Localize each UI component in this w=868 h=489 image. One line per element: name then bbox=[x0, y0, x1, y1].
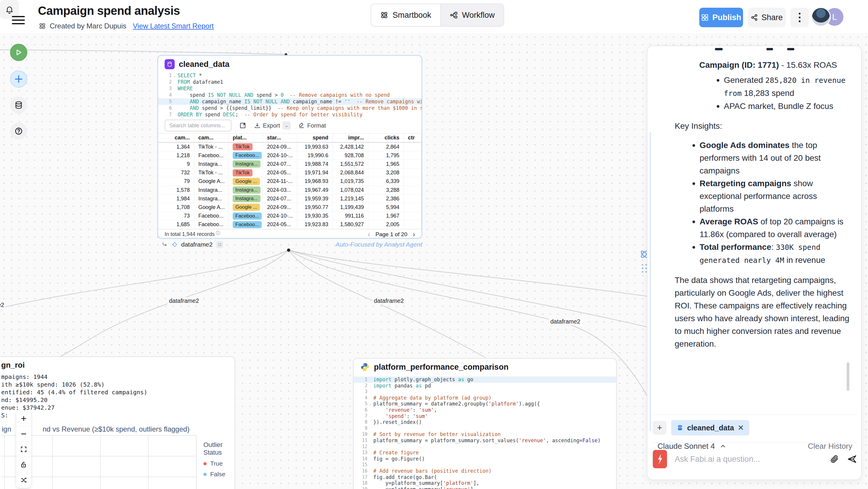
column-header[interactable]: clicks bbox=[368, 133, 404, 142]
publish-label: Publish bbox=[712, 13, 741, 22]
column-header[interactable]: cam... bbox=[194, 133, 228, 142]
bell-icon bbox=[5, 5, 14, 14]
node-title-fragment: gn_roi bbox=[1, 361, 25, 370]
table-cell: 1,219,145 bbox=[333, 194, 368, 203]
table-cell: 19,971.94 bbox=[297, 169, 333, 177]
code-line: 11platform_summary = platform_summary.so… bbox=[354, 437, 616, 444]
sql-code-editor[interactable]: 1⌄SELECT *2FROM dataframe13WHERE4 spend … bbox=[158, 72, 422, 118]
column-header[interactable]: star... bbox=[263, 133, 297, 142]
table-cell: Instagra... bbox=[228, 186, 263, 194]
zoom-out-button[interactable] bbox=[16, 426, 31, 441]
column-header[interactable]: impr... bbox=[333, 133, 368, 142]
legend-item-false[interactable]: False bbox=[204, 471, 235, 478]
avatar-user-photo[interactable] bbox=[811, 7, 831, 27]
zoom-in-button[interactable] bbox=[16, 411, 31, 426]
node-cleaned-data[interactable]: cleaned_data 1⌄SELECT *2FROM dataframe13… bbox=[157, 55, 422, 239]
table-cell: 1,967 bbox=[368, 212, 404, 220]
context-chip-cleaned-data[interactable]: cleaned_data ✕ bbox=[671, 420, 749, 435]
table-cell: 19,930.35 bbox=[297, 212, 333, 220]
column-header[interactable]: cam... bbox=[158, 133, 194, 142]
share-button[interactable]: Share bbox=[748, 8, 786, 27]
data-sources-button[interactable] bbox=[10, 96, 27, 114]
table-cell: 1,199,439 bbox=[333, 203, 368, 211]
attach-icon[interactable] bbox=[830, 454, 839, 464]
message-drag-handle[interactable] bbox=[642, 264, 647, 273]
table-cell: 1,078,024 bbox=[333, 186, 368, 194]
help-button[interactable] bbox=[10, 123, 27, 140]
tab-smartbook[interactable]: Smartbook bbox=[371, 4, 440, 26]
chat-input[interactable] bbox=[675, 455, 822, 464]
publish-button[interactable]: Publish bbox=[699, 8, 743, 27]
table-cell bbox=[404, 186, 422, 194]
column-header[interactable]: ctr bbox=[404, 133, 422, 142]
legend-true-marker bbox=[204, 462, 207, 465]
run-workflow-button[interactable] bbox=[10, 44, 27, 61]
table-cell: 2,864 bbox=[368, 143, 404, 151]
auto-layout-button[interactable] bbox=[16, 472, 31, 488]
tab-workflow[interactable]: Workflow bbox=[440, 4, 504, 26]
sql-node-icon bbox=[164, 59, 175, 69]
export-button[interactable]: Export ⌄ bbox=[254, 121, 291, 130]
table-row: 73Faceboo...Faceboo...2024-10-...19,930.… bbox=[158, 212, 422, 220]
result-table: cam...cam...plat...star...spendimpr...cl… bbox=[158, 133, 422, 229]
page-title: Campaign spend analysis bbox=[38, 4, 180, 18]
platform-badge: Instagra... bbox=[233, 160, 260, 167]
table-cell: 732 bbox=[158, 169, 194, 177]
legend-item-true[interactable]: True bbox=[204, 460, 235, 467]
help-icon bbox=[14, 127, 23, 135]
remove-context-icon[interactable]: ✕ bbox=[738, 423, 744, 432]
table-cell: Faceboo... bbox=[194, 151, 228, 159]
table-cell bbox=[404, 194, 422, 203]
column-header[interactable]: spend bbox=[297, 133, 333, 142]
send-icon[interactable] bbox=[847, 454, 857, 464]
column-header[interactable]: plat... bbox=[228, 133, 263, 142]
code-line: 15 bbox=[354, 462, 616, 468]
expand-icon bbox=[239, 122, 246, 129]
port-grip-handle[interactable] bbox=[216, 241, 223, 248]
python-code-editor[interactable]: 1import plotly.graph_objects as go2impor… bbox=[354, 376, 616, 489]
node-platform-performance-comparison[interactable]: platform_performance_comparison 1import … bbox=[353, 358, 617, 489]
table-cell: 1,708 bbox=[158, 203, 194, 211]
next-page-button[interactable]: › bbox=[413, 230, 415, 239]
table-toolbar: Export ⌄ Format bbox=[158, 119, 422, 132]
expand-table-button[interactable] bbox=[239, 122, 246, 129]
fit-view-button[interactable] bbox=[16, 441, 31, 457]
table-cell: Faceboo... bbox=[228, 212, 263, 220]
platform-badge: TikTok bbox=[233, 169, 252, 176]
more-options-button[interactable] bbox=[790, 8, 809, 27]
format-button[interactable]: Format bbox=[299, 122, 326, 129]
table-cell: 3,288 bbox=[368, 186, 404, 194]
table-cell: Instagra... bbox=[228, 194, 263, 203]
code-line: 12 bbox=[354, 444, 616, 450]
context-chip-label: cleaned_data bbox=[687, 424, 734, 432]
prev-page-button[interactable]: ‹ bbox=[368, 230, 370, 239]
add-context-button[interactable]: + bbox=[653, 421, 666, 434]
lock-canvas-button[interactable] bbox=[16, 457, 31, 472]
code-line: 4# Aggregate data by platform (ad group) bbox=[354, 395, 616, 401]
code-line: 3 bbox=[354, 389, 616, 395]
search-input[interactable] bbox=[164, 120, 231, 131]
table-cell bbox=[404, 212, 422, 220]
output-port-label[interactable]: dataframe2 bbox=[181, 241, 213, 248]
platform-badge: Google ... bbox=[233, 178, 260, 185]
table-cell bbox=[404, 143, 422, 151]
export-options-chevron[interactable]: ⌄ bbox=[282, 121, 291, 130]
code-line: 8}).reset_index() bbox=[354, 419, 616, 425]
platform-badge: Faceboo... bbox=[233, 213, 262, 220]
table-cell bbox=[404, 151, 422, 159]
record-count: In total 1,944 records bbox=[164, 231, 215, 237]
code-line: 3WHERE bbox=[158, 85, 422, 92]
table-row: 732TikTok - ...TikTok2024-05...19,971.94… bbox=[158, 169, 422, 177]
branch-arrow-icon bbox=[162, 241, 168, 248]
menu-icon[interactable] bbox=[12, 13, 25, 23]
canvas-zoom-controls bbox=[16, 411, 31, 488]
code-line: 5⌄platform_summary = dataframe2.groupby(… bbox=[354, 401, 616, 407]
chat-scrollbar-thumb[interactable] bbox=[847, 362, 849, 391]
table-cell: 1,578 bbox=[158, 186, 194, 194]
node-campaign-roi[interactable]: gn_roi mpaigns: 1944 ith ≥$10k spend: 10… bbox=[0, 357, 235, 489]
add-node-button[interactable] bbox=[10, 70, 27, 88]
table-cell: 1,965 bbox=[368, 160, 404, 168]
publish-grid-icon bbox=[701, 13, 709, 21]
table-cell bbox=[404, 160, 422, 168]
view-smart-report-link[interactable]: View Latest Smart Report bbox=[133, 22, 214, 30]
